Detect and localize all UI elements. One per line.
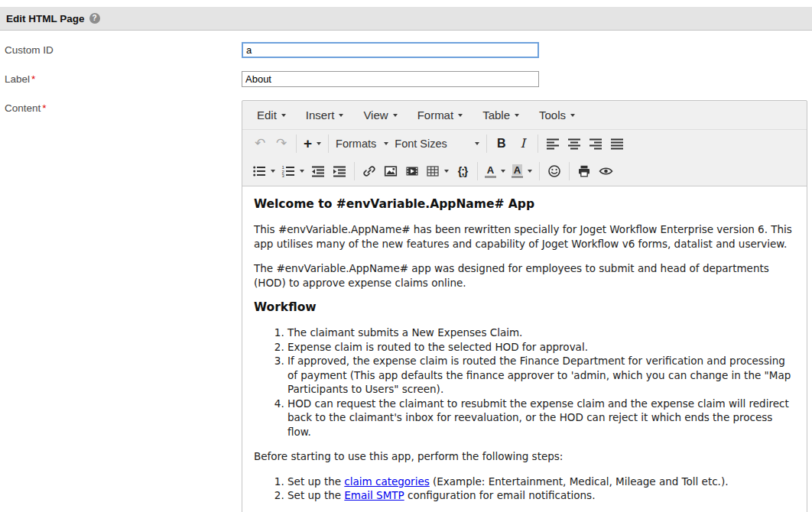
indent-button[interactable] bbox=[329, 161, 350, 181]
link-button[interactable] bbox=[359, 161, 380, 181]
chevron-down-icon bbox=[515, 114, 519, 117]
chevron-down-icon bbox=[300, 170, 304, 173]
list-item: Set up the Email SMTP configuration for … bbox=[287, 488, 795, 503]
numbered-list-icon: 123 bbox=[281, 164, 295, 178]
editor-menubar: Edit Insert View Format Table Tools bbox=[242, 101, 807, 130]
label-row: Label* bbox=[0, 71, 812, 87]
setup-steps-list: Set up the claim categories (Example: En… bbox=[254, 475, 795, 503]
align-left-button[interactable] bbox=[542, 134, 564, 154]
font-sizes-label: Font Sizes bbox=[395, 138, 447, 150]
help-icon[interactable]: ? bbox=[89, 13, 100, 24]
align-center-button[interactable] bbox=[564, 134, 585, 154]
chevron-down-icon bbox=[501, 170, 505, 173]
content-paragraph: The #envVariable.AppName# app was design… bbox=[254, 261, 795, 290]
formats-label: Formats bbox=[336, 138, 376, 150]
outdent-icon bbox=[311, 164, 325, 178]
menu-table-label: Table bbox=[482, 109, 510, 122]
media-icon bbox=[405, 164, 419, 178]
menu-insert-label: Insert bbox=[306, 109, 335, 122]
claim-categories-link[interactable]: claim categories bbox=[344, 475, 429, 488]
list-item: If approved, the expense claim is routed… bbox=[287, 354, 795, 397]
italic-icon: I bbox=[521, 136, 525, 151]
formats-dropdown[interactable]: Formats bbox=[333, 134, 391, 154]
step-text: (Example: Entertainment, Medical, Mileag… bbox=[430, 475, 729, 488]
chevron-down-icon bbox=[339, 114, 343, 117]
print-button[interactable] bbox=[573, 161, 595, 181]
step-text: Set up the bbox=[287, 475, 344, 488]
text-color-icon: A bbox=[485, 164, 496, 178]
menu-view[interactable]: View bbox=[353, 101, 407, 129]
content-heading-welcome: Welcome to #envVariable.AppName# App bbox=[254, 197, 795, 212]
menu-insert[interactable]: Insert bbox=[296, 101, 354, 129]
menu-table[interactable]: Table bbox=[473, 101, 529, 129]
text-color-button[interactable]: A bbox=[482, 161, 508, 181]
align-left-icon bbox=[546, 137, 560, 151]
workflow-steps-list: The claimant submits a New Expenses Clai… bbox=[254, 326, 795, 439]
editor-toolbar-row1: ↶ ↷ + Formats Font Sizes B I bbox=[242, 130, 807, 157]
custom-id-row: Custom ID bbox=[0, 42, 812, 58]
edit-html-page-form: Custom ID Label* Content* Edit Insert Vi… bbox=[0, 31, 812, 512]
redo-button[interactable]: ↷ bbox=[271, 134, 292, 154]
menu-view-label: View bbox=[363, 109, 388, 122]
menu-format[interactable]: Format bbox=[408, 101, 473, 129]
align-center-icon bbox=[567, 137, 581, 151]
chevron-down-icon bbox=[570, 114, 575, 117]
insert-plus-button[interactable]: + bbox=[300, 134, 324, 154]
align-right-button[interactable] bbox=[585, 134, 606, 154]
label-label: Label* bbox=[0, 71, 242, 87]
chevron-down-icon bbox=[271, 170, 275, 173]
emoticons-button[interactable] bbox=[544, 161, 565, 181]
image-button[interactable] bbox=[380, 161, 401, 181]
chevron-down-icon bbox=[281, 114, 286, 117]
editor-content-area[interactable]: Welcome to #envVariable.AppName# App Thi… bbox=[242, 186, 807, 512]
media-button[interactable] bbox=[401, 161, 423, 181]
italic-button[interactable]: I bbox=[512, 134, 534, 154]
bold-icon: B bbox=[497, 137, 506, 151]
background-color-icon: A bbox=[512, 164, 523, 178]
emoticon-icon bbox=[547, 164, 561, 178]
table-icon bbox=[426, 164, 440, 178]
svg-text:3: 3 bbox=[282, 173, 285, 178]
label-input[interactable] bbox=[242, 71, 539, 87]
table-button[interactable] bbox=[423, 161, 452, 181]
page-header: Edit HTML Page ? bbox=[0, 7, 812, 31]
indent-icon bbox=[333, 164, 346, 178]
chevron-down-icon bbox=[393, 114, 398, 117]
undo-button[interactable]: ↶ bbox=[249, 134, 271, 154]
undo-icon: ↶ bbox=[255, 137, 265, 150]
code-sample-button[interactable]: {;} bbox=[452, 161, 473, 181]
email-smtp-link[interactable]: Email SMTP bbox=[344, 489, 404, 501]
align-justify-button[interactable] bbox=[606, 134, 628, 154]
content-required-asterisk: * bbox=[42, 102, 46, 114]
preview-eye-icon bbox=[599, 164, 613, 178]
background-color-button[interactable]: A bbox=[508, 161, 535, 181]
content-label-text: Content bbox=[5, 102, 41, 114]
editor-toolbar-row2: 123 {;} A A bbox=[242, 157, 807, 186]
content-paragraph: Before starting to use this app, perform… bbox=[254, 449, 795, 464]
list-item: Set up the claim categories (Example: En… bbox=[287, 475, 795, 489]
chevron-down-icon bbox=[384, 142, 388, 145]
page-title: Edit HTML Page bbox=[6, 13, 85, 24]
step-text: Set up the bbox=[287, 489, 344, 501]
bullet-list-button[interactable] bbox=[249, 161, 278, 181]
custom-id-input[interactable] bbox=[242, 42, 539, 58]
bold-button[interactable]: B bbox=[491, 134, 512, 154]
list-item: Expense claim is routed to the selected … bbox=[287, 340, 795, 355]
richtext-editor: Edit Insert View Format Table Tools ↶ ↷ … bbox=[242, 100, 807, 512]
bullet-list-icon bbox=[252, 164, 266, 178]
chevron-down-icon bbox=[475, 142, 479, 145]
outdent-button[interactable] bbox=[307, 161, 329, 181]
image-icon bbox=[384, 164, 398, 178]
label-label-text: Label bbox=[5, 73, 30, 85]
align-right-icon bbox=[589, 137, 603, 151]
menu-edit[interactable]: Edit bbox=[247, 101, 296, 129]
label-required-asterisk: * bbox=[31, 73, 35, 85]
custom-id-label-text: Custom ID bbox=[5, 44, 54, 56]
preview-button[interactable] bbox=[595, 161, 616, 181]
link-icon bbox=[362, 164, 376, 178]
menu-tools[interactable]: Tools bbox=[529, 101, 585, 129]
numbered-list-button[interactable]: 123 bbox=[278, 161, 307, 181]
font-sizes-dropdown[interactable]: Font Sizes bbox=[391, 134, 482, 154]
content-paragraph: This #envVariable.AppName# has been rewr… bbox=[254, 222, 795, 251]
list-item: The claimant submits a New Expenses Clai… bbox=[287, 326, 795, 340]
